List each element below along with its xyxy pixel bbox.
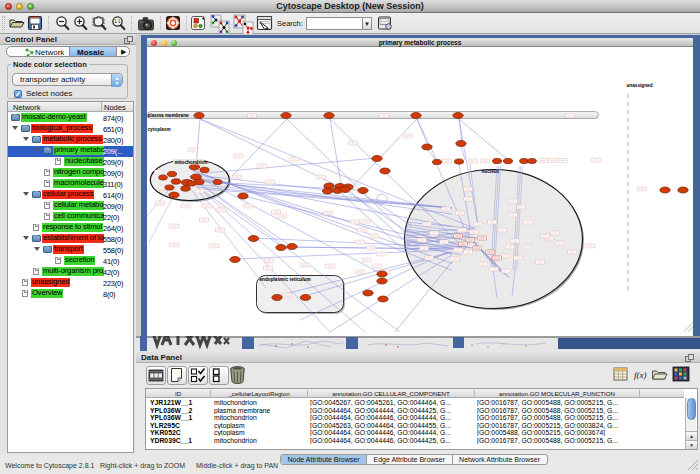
svg-text:unassigned: unassigned	[627, 83, 653, 88]
svg-text:nucleus: nucleus	[482, 169, 500, 174]
svg-text:1:1: 1:1	[114, 19, 121, 24]
svg-text:f(x): f(x)	[634, 370, 647, 380]
svg-text:plasma membrane: plasma membrane	[148, 113, 190, 118]
svg-text:cytoplasm: cytoplasm	[148, 127, 171, 132]
svg-text:mitochondrion: mitochondrion	[175, 160, 208, 165]
svg-text:endoplasmic reticulum: endoplasmic reticulum	[260, 277, 311, 282]
